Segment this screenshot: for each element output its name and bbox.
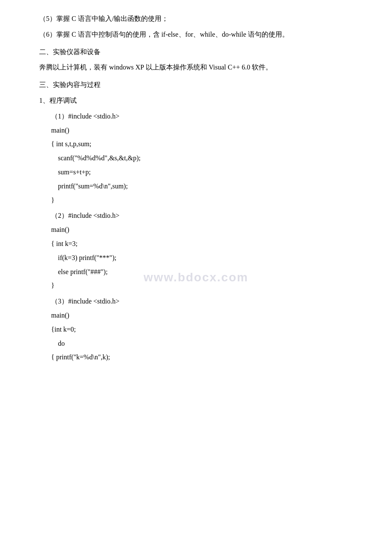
prog1-close: }	[51, 194, 366, 207]
prog1-line4: printf("sum=%d\n",sum);	[51, 180, 366, 193]
prog2-line1: { int k=3;	[51, 238, 366, 250]
prog1-main: main()	[51, 124, 366, 137]
point-5: （5）掌握 C 语言中输入/输出函数的使用；	[26, 13, 366, 25]
prog2-main: main()	[51, 224, 366, 236]
prog2-line3: else printf("###");	[51, 266, 366, 278]
prog3-line2: do	[51, 338, 366, 350]
section2-desc: 奔腾以上计算机，装有 windows XP 以上版本操作系统和 Visual C…	[26, 61, 366, 74]
section3-title: 三、实验内容与过程	[26, 79, 366, 91]
section2-title: 二、实验仪器和设备	[26, 46, 366, 58]
prog2-close: }	[51, 280, 366, 292]
prog3-line1: {int k=0;	[51, 324, 366, 336]
prog1-line3: sum=s+t+p;	[51, 166, 366, 179]
prog3-label: （3）#include <stdio.h>	[51, 295, 366, 308]
prog2-line2: if(k=3) printf("***");	[51, 252, 366, 264]
prog3-line3: { printf("k=%d\n",k);	[51, 351, 366, 364]
prog1-line2: scanf("%d%d%d",&s,&t,&p);	[51, 152, 366, 165]
prog2-label: （2）#include <stdio.h>	[51, 210, 366, 222]
prog-debug-title: 1、程序调试	[26, 95, 366, 107]
page-content: www.bdocx.com （5）掌握 C 语言中输入/输出函数的使用； （6）…	[26, 13, 366, 364]
point-6: （6）掌握 C 语言中控制语句的使用，含 if-else、for、while、d…	[26, 29, 366, 41]
prog1-label: （1）#include <stdio.h>	[51, 110, 366, 123]
prog3-main: main()	[51, 309, 366, 322]
prog1-line1: { int s,t,p,sum;	[51, 138, 366, 150]
